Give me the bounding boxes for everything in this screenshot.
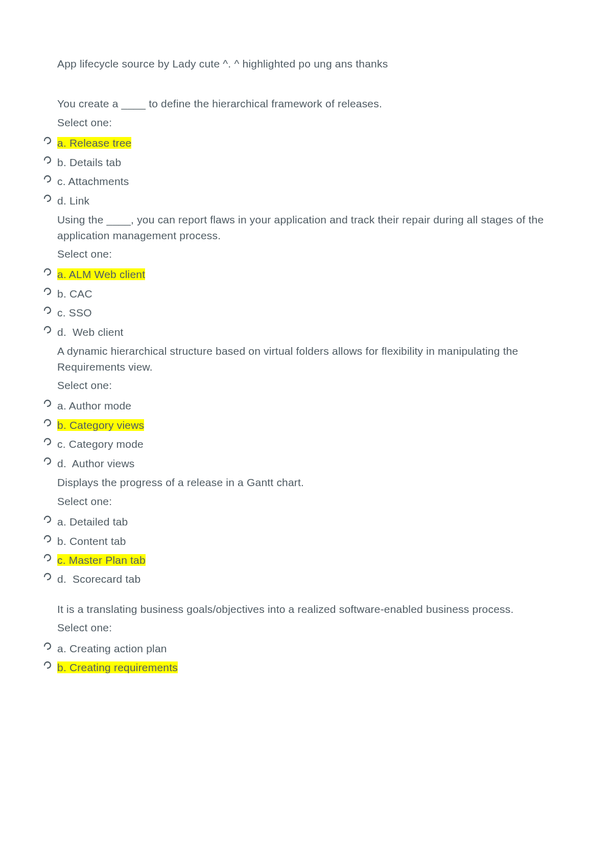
option-label: d. Scorecard tab (57, 572, 140, 587)
q5-option-b[interactable]: b. Creating requirements (43, 660, 562, 675)
option-label: b. CAC (57, 286, 92, 302)
radio-icon (43, 156, 52, 164)
option-label: c. Attachments (57, 174, 129, 189)
radio-icon (43, 515, 52, 523)
svg-point-3 (49, 200, 50, 201)
radio-icon (43, 326, 52, 334)
q4-option-b[interactable]: b. Content tab (43, 534, 562, 549)
q3-option-a[interactable]: a. Author mode (43, 398, 562, 414)
option-label: b. Content tab (57, 534, 126, 549)
q3-option-b[interactable]: b. Category views (43, 418, 562, 433)
q2-option-d[interactable]: d. Web client (43, 325, 562, 340)
option-label: a. ALM Web client (57, 267, 145, 282)
radio-icon (43, 194, 52, 202)
option-label: d. Link (57, 193, 89, 209)
svg-point-7 (49, 331, 50, 332)
svg-point-1 (49, 162, 50, 163)
svg-point-16 (49, 648, 50, 649)
q1-option-a[interactable]: a. Release tree (43, 135, 562, 151)
option-label: a. Author mode (57, 398, 131, 414)
q2-option-a[interactable]: a. ALM Web client (43, 267, 562, 282)
q4-option-c[interactable]: c. Master Plan tab (43, 553, 562, 568)
svg-point-10 (49, 444, 50, 445)
select-one-label: Select one: (57, 620, 562, 635)
radio-icon (43, 438, 52, 446)
question-2-text: Using the ____, you can report flaws in … (57, 212, 562, 243)
q2-option-c[interactable]: c. SSO (43, 305, 562, 321)
svg-point-6 (49, 312, 50, 313)
radio-icon (43, 535, 52, 543)
radio-icon (43, 287, 52, 295)
q3-option-c[interactable]: c. Category mode (43, 437, 562, 452)
q4-option-a[interactable]: a. Detailed tab (43, 514, 562, 530)
svg-point-12 (49, 521, 50, 522)
q5-option-a[interactable]: a. Creating action plan (43, 641, 562, 656)
svg-point-14 (49, 559, 50, 560)
option-label: c. Category mode (57, 437, 144, 452)
select-one-label: Select one: (57, 494, 562, 509)
question-3-text: A dynamic hierarchical structure based o… (57, 344, 562, 375)
radio-icon (43, 457, 52, 465)
question-4-text: Displays the progress of a release in a … (57, 475, 562, 490)
radio-icon (43, 419, 52, 427)
q2-option-b[interactable]: b. CAC (43, 286, 562, 302)
svg-point-17 (49, 667, 50, 668)
option-label: c. SSO (57, 305, 92, 321)
radio-icon (43, 642, 52, 650)
svg-point-11 (49, 463, 50, 464)
svg-point-13 (49, 540, 50, 541)
radio-icon (43, 306, 52, 314)
radio-icon (43, 573, 52, 581)
question-1-text: You create a ____ to define the hierarch… (57, 96, 562, 111)
radio-icon (43, 661, 52, 669)
option-label: b. Creating requirements (57, 660, 178, 675)
document-title: App lifecycle source by Lady cute ^. ^ h… (57, 56, 562, 72)
svg-point-2 (49, 181, 50, 182)
select-one-label: Select one: (57, 115, 562, 130)
radio-icon (43, 399, 52, 407)
document-page: App lifecycle source by Lady cute ^. ^ h… (0, 0, 613, 710)
q4-option-d[interactable]: d. Scorecard tab (43, 572, 562, 587)
radio-icon (43, 554, 52, 562)
option-label: a. Release tree (57, 135, 131, 151)
option-label: a. Detailed tab (57, 514, 128, 530)
svg-point-4 (49, 274, 50, 275)
q1-option-c[interactable]: c. Attachments (43, 174, 562, 189)
option-label: b. Category views (57, 418, 144, 433)
radio-icon (43, 175, 52, 183)
select-one-label: Select one: (57, 246, 562, 262)
question-5-text: It is a translating business goals/objec… (57, 602, 562, 617)
option-label: d. Web client (57, 325, 124, 340)
q3-option-d[interactable]: d. Author views (43, 456, 562, 471)
svg-point-9 (49, 424, 50, 425)
svg-point-0 (49, 143, 50, 144)
svg-point-5 (49, 293, 50, 294)
q1-option-d[interactable]: d. Link (43, 193, 562, 209)
svg-point-15 (49, 579, 50, 580)
svg-point-8 (49, 405, 50, 406)
option-label: c. Master Plan tab (57, 553, 146, 568)
q1-option-b[interactable]: b. Details tab (43, 155, 562, 170)
option-label: b. Details tab (57, 155, 121, 170)
option-label: d. Author views (57, 456, 134, 471)
option-label: a. Creating action plan (57, 641, 167, 656)
radio-icon (43, 136, 52, 145)
radio-icon (43, 268, 52, 276)
select-one-label: Select one: (57, 378, 562, 393)
